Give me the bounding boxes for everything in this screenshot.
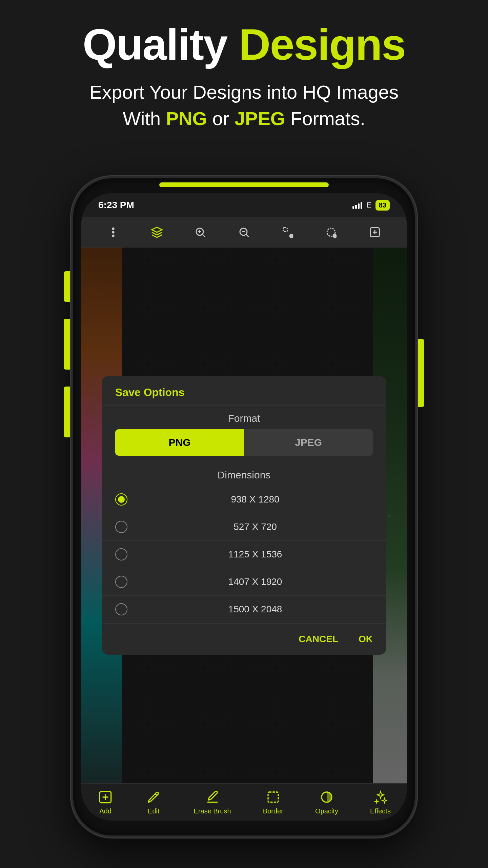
battery-indicator: 83 (375, 200, 390, 211)
opacity-icon (319, 789, 335, 805)
volume-down-button[interactable] (64, 319, 70, 370)
canvas-area: ←← Save Options Format PNG JPEG Dimensio… (81, 248, 407, 783)
format-section-title: Format (102, 406, 386, 429)
status-bar: 6:23 PM E 83 (81, 193, 407, 217)
dimensions-section-title: Dimensions (102, 464, 386, 486)
border-label: Border (263, 807, 283, 815)
effects-label: Effects (370, 807, 391, 815)
subtitle-line1: Export Your Designs into HQ Images (89, 81, 399, 103)
svg-rect-10 (283, 228, 287, 232)
nav-erase-brush[interactable]: Erase Brush (194, 789, 231, 815)
svg-point-0 (113, 228, 114, 230)
signal-icon (352, 201, 362, 209)
dialog-overlay: Save Options Format PNG JPEG Dimensions … (81, 248, 407, 783)
svg-text:0: 0 (334, 234, 336, 238)
dimension-option-1[interactable]: 527 X 720 (102, 513, 386, 541)
add-icon (97, 789, 114, 805)
radio-1 (115, 521, 127, 533)
dimension-option-2[interactable]: 1125 X 1536 (102, 541, 386, 568)
subtitle-png: PNG (166, 108, 207, 129)
nav-edit[interactable]: Edit (145, 789, 162, 815)
ok-button[interactable]: OK (359, 630, 373, 648)
edit-label: Edit (148, 807, 159, 815)
radio-inner-0 (118, 496, 125, 503)
bottom-navigation: Add Edit Erase Brush (81, 783, 407, 821)
add-layer-button[interactable] (365, 223, 384, 241)
radio-3 (115, 576, 127, 588)
dimension-label-1: 527 X 720 (138, 521, 373, 532)
header-title: Quality Designs (0, 20, 488, 69)
dimension-option-4[interactable]: 1500 X 2048 (102, 596, 386, 623)
side-button-left[interactable] (64, 387, 70, 437)
dimension-option-3[interactable]: 1407 X 1920 (102, 568, 386, 596)
dimension-option-0[interactable]: 938 X 1280 (102, 486, 386, 513)
phone-top-accent (159, 182, 329, 187)
subtitle-jpeg: JPEG (235, 108, 285, 129)
opacity-label: Opacity (315, 807, 338, 815)
signal-bar-3 (358, 203, 360, 209)
subtitle-formats: Formats. (285, 108, 365, 129)
effects-icon (372, 789, 389, 805)
nav-border[interactable]: Border (263, 789, 283, 815)
erase-brush-label: Erase Brush (194, 807, 231, 815)
volume-up-button[interactable] (64, 271, 70, 302)
battery-value: 83 (379, 201, 386, 209)
network-type: E (366, 201, 371, 210)
header-title-accent: Designs (239, 20, 406, 69)
save-options-dialog: Save Options Format PNG JPEG Dimensions … (102, 376, 386, 655)
dimension-label-0: 938 X 1280 (138, 494, 373, 505)
more-options-button[interactable] (104, 223, 123, 241)
dimension-label-3: 1407 X 1920 (138, 576, 373, 587)
svg-rect-23 (268, 792, 278, 802)
dimension-label-4: 1500 X 2048 (138, 604, 373, 615)
dialog-header: Save Options (102, 376, 386, 406)
edit-icon (145, 789, 162, 805)
subtitle-line2-plain: With (123, 108, 166, 129)
subtitle-or: or (207, 108, 235, 129)
zoom-out-button[interactable] (235, 223, 253, 241)
svg-point-1 (113, 231, 114, 233)
radio-2 (115, 548, 127, 560)
format-jpeg-button[interactable]: JPEG (244, 429, 373, 456)
phone-mockup: 6:23 PM E 83 (71, 176, 417, 837)
format-selector: PNG JPEG (115, 429, 373, 456)
nav-effects[interactable]: Effects (370, 789, 391, 815)
status-time: 6:23 PM (98, 200, 134, 211)
select-mode-2-button[interactable]: 0 (322, 223, 341, 241)
zoom-in-button[interactable] (191, 223, 210, 241)
power-button[interactable] (418, 339, 424, 407)
dimension-label-2: 1125 X 1536 (138, 549, 373, 560)
nav-add[interactable]: Add (97, 789, 114, 815)
dialog-actions: CANCEL OK (102, 623, 386, 655)
header-title-plain: Quality (83, 20, 239, 69)
signal-bar-4 (361, 202, 362, 209)
signal-bar-2 (355, 205, 357, 209)
svg-text:0: 0 (290, 234, 293, 238)
radio-4 (115, 603, 127, 615)
phone-screen: 6:23 PM E 83 (81, 193, 407, 821)
add-label: Add (99, 807, 111, 815)
layers-button[interactable] (147, 223, 166, 241)
svg-line-4 (202, 234, 205, 237)
nav-opacity[interactable]: Opacity (315, 789, 338, 815)
cancel-button[interactable]: CANCEL (299, 630, 338, 648)
select-mode-1-button[interactable]: 0 (278, 223, 297, 241)
svg-line-8 (246, 234, 248, 237)
erase-brush-icon (204, 789, 221, 805)
svg-point-2 (113, 235, 114, 237)
dialog-title: Save Options (115, 386, 373, 399)
header-section: Quality Designs Export Your Designs into… (0, 0, 488, 146)
signal-bar-1 (352, 206, 354, 209)
border-icon (265, 789, 281, 805)
status-icons: E 83 (352, 200, 390, 211)
format-png-button[interactable]: PNG (115, 429, 244, 456)
app-toolbar: 0 0 (81, 217, 407, 248)
radio-0 (115, 493, 127, 506)
header-subtitle: Export Your Designs into HQ Images With … (0, 79, 488, 132)
